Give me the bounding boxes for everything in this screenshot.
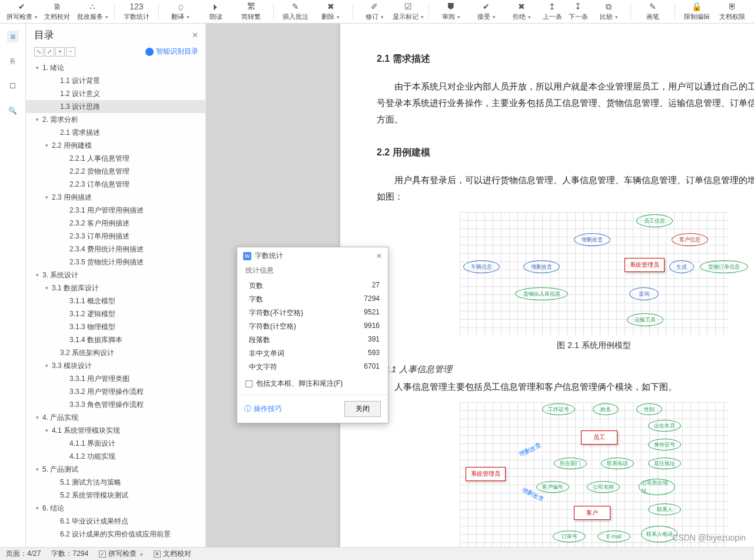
- comment-button[interactable]: ✎插入批注: [278, 0, 313, 24]
- toc-entry[interactable]: 2.3.4 费用统计用例描述: [26, 243, 205, 256]
- outline-level-buttons: ⤡ ⤢ + −: [34, 47, 75, 57]
- usecase-node: 货物订单信息: [700, 260, 748, 273]
- reviewnav-button[interactable]: ⛊审阅: [434, 0, 468, 24]
- toc-entry[interactable]: 2.1 需求描述: [26, 126, 205, 139]
- expand-all-icon[interactable]: ⤢: [45, 47, 54, 57]
- app-icon: W: [243, 252, 251, 260]
- rail-outline-icon[interactable]: ≣: [7, 31, 19, 42]
- brush-button[interactable]: ✎画笔: [636, 0, 670, 24]
- toc-entry[interactable]: 2.3 用例描述: [26, 191, 205, 204]
- next-button[interactable]: ↧下一条: [566, 0, 590, 24]
- toc-entry[interactable]: 2.3.5 货物统计用例描述: [26, 256, 205, 269]
- close-icon[interactable]: ✕: [192, 31, 198, 39]
- attr-node: 性别: [636, 403, 662, 415]
- chevron-down-icon: [33, 117, 41, 122]
- expand-icon[interactable]: +: [55, 47, 65, 57]
- attr-node: 工作证号: [542, 403, 575, 415]
- toc-entry[interactable]: 2.3.3 订单用例描述: [26, 230, 205, 243]
- toc-entry[interactable]: 5.2 系统管理模块测试: [26, 489, 205, 502]
- rail-find-icon[interactable]: 🔍: [7, 105, 19, 117]
- document-page[interactable]: 2.1 需求描述 由于本系统只对企业内部人员开放，所以用户就是本企业管理层员工，…: [340, 24, 754, 547]
- close-icon[interactable]: ✕: [376, 252, 382, 260]
- toc-entry[interactable]: 3.1 数据库设计: [26, 281, 205, 294]
- toc-entry[interactable]: 5.1 测试方法与策略: [26, 476, 205, 489]
- rail-page-icon[interactable]: ⎘: [7, 55, 19, 67]
- stat-row: 非中文单词593: [245, 347, 380, 360]
- attr-node: 公司所在地址: [639, 479, 675, 495]
- rail-bookmark-icon[interactable]: ☐: [7, 80, 19, 92]
- toc-entry[interactable]: 2. 需求分析: [26, 113, 205, 126]
- usecase-node: 车辆信息: [463, 260, 500, 273]
- toc-entry[interactable]: 2.2.3 订单信息管理: [26, 178, 205, 191]
- collapse-icon[interactable]: −: [66, 47, 75, 57]
- status-page[interactable]: 页面：4/27: [6, 549, 41, 559]
- usecase-node: 生成: [669, 260, 694, 273]
- chevron-down-icon: [33, 272, 41, 278]
- toc-entry[interactable]: 3.3.3 角色管理操作流程: [26, 398, 205, 411]
- docperm-button[interactable]: ⛨文档权限: [715, 0, 749, 24]
- toc-entry[interactable]: 3.1.2 逻辑模型: [26, 307, 205, 320]
- spellcheck-icon: ✔: [18, 2, 25, 11]
- prev-button[interactable]: ↥上一条: [540, 0, 564, 24]
- compare-button[interactable]: ⧉比较: [592, 0, 626, 24]
- figure-2-1: 员工信息 增删改查 客户信息 车辆信息 增删改查 系统管理员 生成 货物订单信息…: [460, 212, 728, 336]
- status-spellcheck[interactable]: ✓拼写检查: [99, 549, 143, 559]
- spellcheck-button[interactable]: ✔拼写检查: [5, 0, 39, 24]
- toc-entry[interactable]: 2.3.1 用户管理用例描述: [26, 204, 205, 217]
- status-wordcount[interactable]: 字数：7294: [51, 549, 88, 559]
- toc-entry[interactable]: 3.1.4 数据库脚本: [26, 333, 205, 346]
- smart-outline-link[interactable]: 智能识别目录: [145, 47, 198, 57]
- toc-entry[interactable]: 2.2.2 货物信息管理: [26, 165, 205, 178]
- wordcount-button[interactable]: 123字数统计: [119, 0, 154, 24]
- toc-entry[interactable]: 2.3.2 客户用例描述: [26, 217, 205, 230]
- translate-icon: ⍜: [178, 2, 183, 11]
- delete-icon: ✖: [327, 2, 334, 11]
- toc-entry[interactable]: 3.3.2 用户管理操作流程: [26, 385, 205, 398]
- checkbox-icon[interactable]: [245, 380, 253, 387]
- toc-entry[interactable]: 2.2 用例建模: [26, 139, 205, 152]
- toc-entry[interactable]: 2.2.1 人事信息管理: [26, 152, 205, 165]
- paragraph: 用户具有登录后，可以进行货物信息管理、人事信息管理、车辆信息管理、订单信息管理的…: [377, 172, 754, 205]
- showmarks-button[interactable]: ☑显示标记: [393, 0, 424, 24]
- toc-entry[interactable]: 6.2 设计成果的实用价值或应用前景: [26, 528, 205, 541]
- toc-entry[interactable]: 5. 产品测试: [26, 463, 205, 476]
- restrictedit-button[interactable]: 🔒限制编辑: [680, 0, 714, 24]
- translate-button[interactable]: ⍜翻译: [164, 0, 198, 24]
- toc-entry[interactable]: 3.1.3 物理模型: [26, 320, 205, 333]
- outline-title: 目录: [34, 28, 54, 42]
- batch-button[interactable]: ⛬批改服务: [75, 0, 109, 24]
- entity-node: 员工: [581, 430, 617, 445]
- close-button[interactable]: 关闭: [344, 401, 381, 417]
- delete-button[interactable]: ✖删除: [314, 0, 348, 24]
- include-footnotes-checkbox[interactable]: 包括文本框、脚注和尾注(F): [245, 379, 380, 389]
- toc-entry[interactable]: 3.3 模块设计: [26, 359, 205, 372]
- toc-entry[interactable]: 4.1 系统管理模块实现: [26, 424, 205, 437]
- toc-entry[interactable]: 3.3.1 用户管理类图: [26, 372, 205, 385]
- toc-entry[interactable]: 3. 系统设计: [26, 269, 205, 281]
- outline-body[interactable]: 1. 绪论1.1 设计背景1.2 设计意义1.3 设计思路2. 需求分析2.1 …: [26, 60, 205, 547]
- accept-button[interactable]: ✔接受: [469, 0, 503, 24]
- read-button[interactable]: ⏵朗读: [199, 0, 233, 24]
- stat-row: 段落数391: [245, 333, 380, 347]
- toc-entry[interactable]: 3.1.1 概念模型: [26, 294, 205, 307]
- toc-entry[interactable]: 1.3 设计思路: [26, 100, 205, 113]
- toc-entry[interactable]: 6.1 毕业设计成果特点: [26, 515, 205, 528]
- simptrad-button[interactable]: 繁简转繁: [234, 0, 268, 24]
- review-button[interactable]: 🗎文档校对: [40, 0, 74, 24]
- tips-link[interactable]: 操作技巧: [244, 404, 282, 414]
- dialog-subtitle: 统计信息: [245, 266, 380, 276]
- toc-entry[interactable]: 1.1 设计背景: [26, 74, 205, 87]
- status-proofread[interactable]: ✕文档校对: [154, 549, 191, 559]
- toc-entry[interactable]: 1.2 设计意义: [26, 87, 205, 100]
- toc-entry[interactable]: 4.1.2 功能实现: [26, 450, 205, 463]
- toc-entry[interactable]: 6. 结论: [26, 502, 205, 515]
- usecase-node: 运输工具: [627, 313, 663, 326]
- toc-entry[interactable]: 3.2 系统架构设计: [26, 346, 205, 359]
- collapse-all-icon[interactable]: ⤡: [34, 47, 44, 57]
- attr-node: 居住地址: [648, 458, 681, 469]
- revise-button[interactable]: ✐修订: [357, 0, 391, 24]
- toc-entry[interactable]: 1. 绪论: [26, 61, 205, 74]
- toc-entry[interactable]: 4. 产品实现: [26, 411, 205, 424]
- toc-entry[interactable]: 4.1.1 界面设计: [26, 437, 205, 450]
- reject-button[interactable]: ✖拒绝: [504, 0, 539, 24]
